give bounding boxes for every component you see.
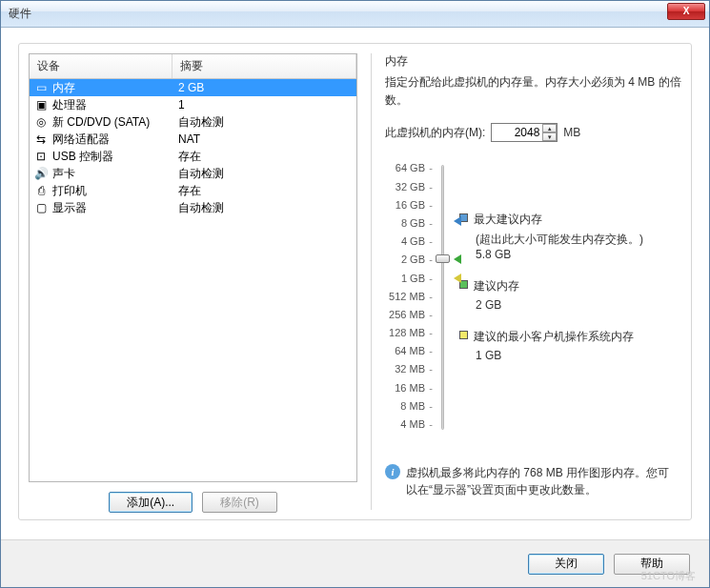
marker-max-icon (454, 216, 461, 226)
add-button[interactable]: 添加(A)... (109, 492, 193, 513)
scale-tick: 256 MB (385, 306, 425, 324)
legend-recommended: 建议内存 (459, 278, 681, 294)
usb-icon: ⊡ (33, 149, 49, 164)
table-row[interactable]: ⊡USB 控制器存在 (30, 148, 356, 165)
legend-rec-title: 建议内存 (474, 278, 519, 294)
memory-label: 此虚拟机的内存(M): (385, 125, 485, 141)
info-row: i 虚拟机最多将此内存的 768 MB 用作图形内存。您可以在“显示器”设置页面… (385, 464, 672, 498)
close-icon[interactable]: X (667, 3, 705, 20)
scale-tick: 8 MB (385, 397, 425, 416)
scale-tick: 8 GB (385, 214, 425, 233)
device-name: USB 控制器 (52, 149, 113, 165)
main-panel: 设备 摘要 ▭内存2 GB▣处理器1◎新 CD/DVD (SATA)自动检测⇆网… (18, 43, 692, 520)
marker-min-icon (454, 274, 461, 283)
header-device[interactable]: 设备 (30, 54, 172, 78)
marker-recommended-icon (454, 254, 461, 264)
right-pane: 内存 指定分配给此虚拟机的内存量。内存大小必须为 4 MB 的倍数。 此虚拟机的… (371, 53, 681, 510)
device-name: 新 CD/DVD (SATA) (52, 114, 150, 131)
scale-tick: 16 MB (385, 379, 425, 397)
display-icon: ▢ (33, 200, 49, 215)
info-icon: i (385, 464, 400, 479)
device-summary: 自动检测 (174, 166, 353, 182)
scale-tick: 128 MB (385, 324, 425, 342)
network-icon: ⇆ (33, 132, 49, 147)
spinner-down-icon[interactable]: ▼ (542, 132, 557, 141)
table-buttons: 添加(A)... 移除(R) (29, 492, 357, 513)
sound-icon: 🔊 (33, 166, 49, 181)
memory-description: 指定分配给此虚拟机的内存量。内存大小必须为 4 MB 的倍数。 (385, 73, 681, 110)
table-header: 设备 摘要 (30, 54, 356, 79)
slider-thumb[interactable] (436, 254, 450, 263)
legend-max-value: 5.8 GB (476, 248, 681, 261)
device-table: 设备 摘要 ▭内存2 GB▣处理器1◎新 CD/DVD (SATA)自动检测⇆网… (29, 53, 357, 482)
legend-max: 最大建议内存 (459, 212, 681, 228)
device-summary: 存在 (174, 183, 353, 199)
table-row[interactable]: ⇆网络适配器NAT (30, 131, 356, 148)
remove-button[interactable]: 移除(R) (202, 492, 277, 513)
spinner-up-icon[interactable]: ▲ (542, 124, 557, 132)
table-row[interactable]: ▣处理器1 (30, 96, 356, 113)
scale-tick: 32 GB (385, 178, 425, 196)
slider-track[interactable] (441, 165, 444, 430)
title-bar: 硬件 X (1, 1, 709, 28)
scale-tick: 64 GB (385, 159, 425, 177)
device-name: 打印机 (52, 183, 87, 199)
legend-max-title: 最大建议内存 (474, 212, 542, 228)
left-pane: 设备 摘要 ▭内存2 GB▣处理器1◎新 CD/DVD (SATA)自动检测⇆网… (29, 53, 357, 510)
device-summary: 1 (174, 98, 353, 112)
memory-unit: MB (563, 126, 580, 139)
header-summary[interactable]: 摘要 (172, 54, 356, 78)
scale-tick: 512 MB (385, 288, 425, 306)
table-row[interactable]: ▭内存2 GB (30, 79, 356, 96)
close-button[interactable]: 关闭 (528, 554, 604, 575)
device-summary: NAT (174, 132, 353, 146)
device-summary: 存在 (174, 149, 353, 165)
scale-tick: 4 GB (385, 233, 425, 251)
group-title: 内存 (385, 53, 681, 70)
device-name: 声卡 (52, 166, 75, 182)
table-row[interactable]: 🔊声卡自动检测 (30, 165, 356, 182)
cpu-icon: ▣ (33, 97, 49, 112)
table-row[interactable]: ◎新 CD/DVD (SATA)自动检测 (30, 113, 356, 131)
memory-icon: ▭ (33, 80, 49, 95)
device-name: 网络适配器 (52, 132, 110, 148)
scale-tick: 32 MB (385, 360, 425, 378)
help-button[interactable]: 帮助 (614, 554, 690, 575)
scale-tick: 2 GB (385, 251, 425, 269)
legend-min-value: 1 GB (476, 349, 681, 362)
device-name: 处理器 (52, 97, 87, 113)
scale-tick: 1 GB (385, 270, 425, 288)
scale-ticks: 64 GB32 GB16 GB8 GB4 GB2 GB1 GB512 MB256… (385, 159, 425, 436)
memory-scale: 64 GB32 GB16 GB8 GB4 GB2 GB1 GB512 MB256… (385, 159, 681, 436)
slider-column (433, 159, 452, 436)
dialog-footer: 关闭 帮助 (1, 539, 709, 587)
legend: 最大建议内存 (超出此大小可能发生内存交换。) 5.8 GB 建议内存 2 GB (459, 159, 681, 436)
device-summary: 自动检测 (174, 114, 353, 131)
info-text: 虚拟机最多将此内存的 768 MB 用作图形内存。您可以在“显示器”设置页面中更… (406, 464, 672, 498)
square-yellow-icon (459, 331, 468, 339)
table-row[interactable]: ⎙打印机存在 (30, 182, 356, 199)
device-summary: 2 GB (174, 81, 353, 94)
device-name: 显示器 (52, 200, 87, 216)
scale-tick: 64 MB (385, 342, 425, 360)
window-title: 硬件 (9, 6, 31, 22)
table-row[interactable]: ▢显示器自动检测 (30, 199, 356, 216)
scale-tick: 16 GB (385, 196, 425, 214)
printer-icon: ⎙ (33, 183, 49, 198)
memory-spinner: ▲ ▼ (491, 123, 558, 142)
legend-min-title: 建议的最小客户机操作系统内存 (474, 329, 634, 345)
hardware-dialog: 硬件 X 设备 摘要 ▭内存2 GB▣处理器1◎新 CD/DVD (SATA)自… (0, 0, 710, 588)
device-name: 内存 (52, 80, 75, 96)
content-area: 设备 摘要 ▭内存2 GB▣处理器1◎新 CD/DVD (SATA)自动检测⇆网… (1, 28, 709, 530)
cd-icon: ◎ (33, 114, 49, 130)
legend-min: 建议的最小客户机操作系统内存 (459, 329, 681, 345)
memory-input-row: 此虚拟机的内存(M): ▲ ▼ MB (385, 123, 681, 142)
table-body: ▭内存2 GB▣处理器1◎新 CD/DVD (SATA)自动检测⇆网络适配器NA… (30, 79, 356, 481)
device-summary: 自动检测 (174, 200, 353, 216)
legend-max-note: (超出此大小可能发生内存交换。) (476, 232, 681, 248)
scale-tick: 4 MB (385, 416, 425, 434)
legend-rec-value: 2 GB (476, 298, 681, 312)
